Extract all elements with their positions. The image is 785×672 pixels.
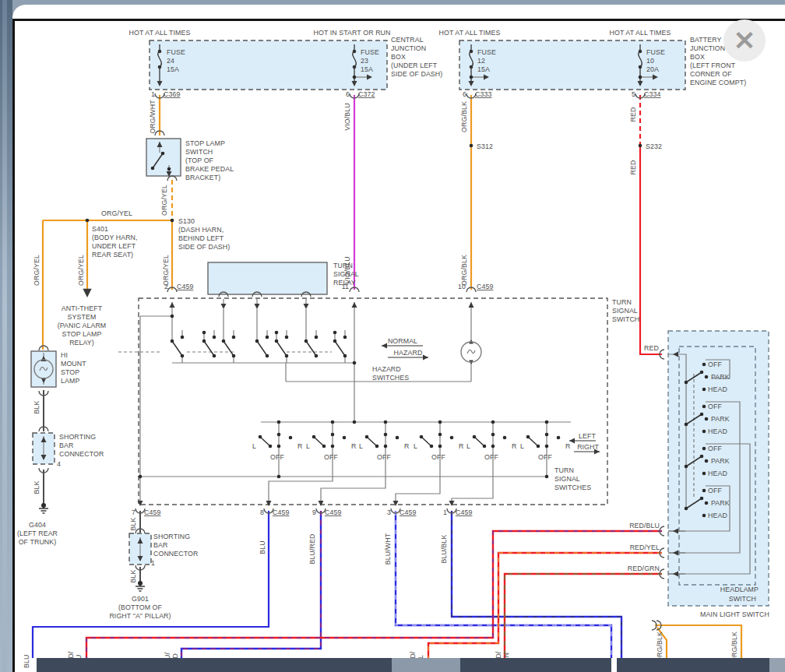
junction-dot xyxy=(333,340,337,343)
diagram-label: 24 xyxy=(167,57,174,65)
fuse-terminal xyxy=(158,65,162,69)
diagram-label: 1 xyxy=(151,90,155,98)
diagram-label: 15A xyxy=(167,65,179,73)
junction-dot xyxy=(285,336,289,340)
junction-dot xyxy=(285,354,289,358)
junction-dot xyxy=(545,475,549,479)
switch-blade xyxy=(257,341,267,356)
junction-dot xyxy=(438,433,442,437)
diagram-label: R xyxy=(297,442,302,450)
diagram-label: OFF xyxy=(708,361,722,368)
arrow-icon xyxy=(469,302,474,308)
diagram-label: (LEFT REAR xyxy=(17,530,58,537)
diagram-label: PARK xyxy=(711,457,730,465)
junction-dot xyxy=(396,436,400,440)
diagram-label: ORG/YEL xyxy=(33,255,40,286)
diagram-label: JUNCTION xyxy=(391,44,426,52)
diagram-label: C333 xyxy=(475,90,491,98)
junction-dot xyxy=(171,315,174,318)
junction-dot xyxy=(353,420,357,424)
wire-red xyxy=(640,146,662,354)
diagram-label: C369 xyxy=(164,90,180,98)
switch-blade xyxy=(306,341,316,356)
junction-dot xyxy=(491,420,495,424)
junction-dot xyxy=(705,417,709,421)
diagram-label: STOP LAMP xyxy=(185,139,225,147)
diagram-label: SWITCH xyxy=(729,595,756,603)
diagram-label: R xyxy=(404,442,409,450)
diagram-label: ORG/WHT xyxy=(149,100,157,134)
junction-dot xyxy=(470,76,473,79)
diagram-label: 10 xyxy=(646,57,654,65)
switch-blade xyxy=(314,437,324,446)
diagram-label: CENTRAL xyxy=(391,36,424,44)
junction-dot xyxy=(343,336,347,340)
junction-dot xyxy=(331,433,335,437)
bottom-strip-segment xyxy=(37,658,392,672)
junction-dot xyxy=(275,340,279,343)
diagram-label: R xyxy=(512,442,516,450)
diagram-label: RED/GRN xyxy=(628,565,660,572)
diagram-label: SWITCH xyxy=(185,148,213,156)
junction-dot xyxy=(213,354,216,358)
diagram-label: 11 xyxy=(342,283,349,290)
diagram-label: L xyxy=(466,442,470,450)
junction-dot xyxy=(277,420,281,424)
diagram-label: L xyxy=(520,442,524,450)
diagram-label: C334 xyxy=(644,90,660,98)
junction-dot xyxy=(685,465,688,469)
diagram-label: SIDE OF DASH) xyxy=(391,70,442,78)
junction-dot xyxy=(470,144,473,148)
diagram-label: FUSE xyxy=(477,48,496,56)
diagram-label: SHORTING xyxy=(153,533,190,540)
diagram-label: R xyxy=(459,442,463,450)
diagram-label: OF TRUNK) xyxy=(19,538,57,546)
junction-dot xyxy=(483,445,487,449)
diagram-label: BLK xyxy=(33,401,40,414)
diagram-label: ORG/YEL xyxy=(162,255,170,286)
diagram-label: 8 xyxy=(260,508,264,516)
wire-blu-red xyxy=(181,511,321,658)
diagram-label: FUSE xyxy=(361,48,379,56)
diagram-label: ANTI-THEFT xyxy=(62,304,103,312)
diagram-label: S401 xyxy=(92,225,108,233)
junction-dot xyxy=(365,435,369,439)
junction-dot xyxy=(315,354,319,358)
diagram-label: VIO/BLU xyxy=(343,103,351,130)
arrow-icon xyxy=(221,304,227,309)
junction-dot xyxy=(167,167,171,171)
junction-dot xyxy=(86,219,90,223)
diagram-label: RIGHT "A" PILLAR) xyxy=(109,612,171,620)
diagram-label: RED xyxy=(629,107,637,122)
diagram-label: BLU xyxy=(23,655,30,668)
diagram-label: HAZARD xyxy=(372,365,401,373)
diagram-label: CORNER OF xyxy=(690,70,732,78)
junction-dot xyxy=(266,336,269,340)
junction-dot xyxy=(545,433,549,437)
fuse-terminal xyxy=(470,50,473,54)
junction-dot xyxy=(202,331,206,335)
diagram-label: SWITCHES xyxy=(554,484,591,491)
close-button[interactable]: ✕ xyxy=(723,19,766,62)
switch-blade xyxy=(276,341,287,356)
diagram-label: STOP xyxy=(61,368,79,376)
junction-dot xyxy=(438,445,442,449)
diagram-label: (UNDER LEFT xyxy=(391,62,438,69)
junction-dot xyxy=(526,435,530,439)
wire-blu-wht xyxy=(396,511,611,658)
diagram-label: C459 xyxy=(144,508,160,516)
turn-signal-relay xyxy=(208,262,327,294)
diagram-label: BLU xyxy=(259,540,266,554)
diagram-label: BRACKET) xyxy=(185,174,220,181)
diagram-label: C459 xyxy=(456,508,472,516)
diagram-label: JUNCTION xyxy=(690,44,725,52)
diagram-label: RED/YEL xyxy=(630,544,660,551)
junction-dot xyxy=(545,420,549,424)
switch-blade xyxy=(172,341,182,356)
arrow-icon xyxy=(423,355,428,361)
junction-dot xyxy=(438,420,442,424)
switch-blade xyxy=(204,341,214,356)
diagram-label: L xyxy=(306,442,310,450)
diagram-label: NORMAL xyxy=(388,337,417,345)
diagram-label: 6 xyxy=(463,90,466,98)
